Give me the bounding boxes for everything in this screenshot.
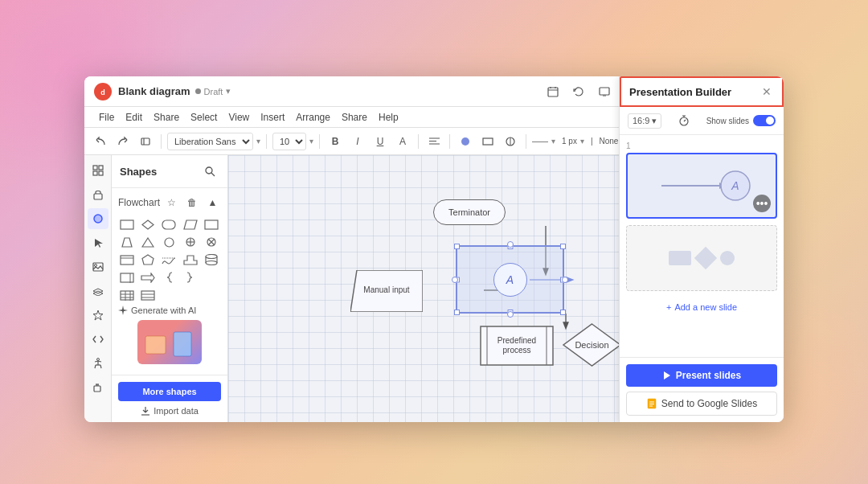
handle-bl[interactable] (454, 310, 460, 315)
google-slides-btn[interactable]: Send to Google Slides (626, 392, 777, 416)
import-data[interactable]: Import data (118, 406, 221, 416)
shape-terminator[interactable]: Terminator (433, 199, 506, 225)
left-btn-cursor[interactable] (88, 232, 108, 253)
shape-table[interactable] (118, 288, 136, 302)
shape-list[interactable] (139, 288, 157, 302)
font-color-btn[interactable]: A (393, 132, 412, 151)
pres-footer: Present slides Send to Google Slides (620, 357, 784, 422)
shape-rect3[interactable] (118, 252, 136, 267)
format-btn[interactable] (136, 132, 155, 151)
shape-rect4[interactable] (118, 270, 136, 285)
menu-insert[interactable]: Insert (256, 110, 289, 125)
shape-brace-left[interactable] (160, 270, 178, 285)
handle-tr[interactable] (560, 244, 566, 249)
shape-rect2[interactable] (203, 217, 220, 232)
svg-point-70 (206, 261, 217, 265)
slide-2-thumb[interactable] (626, 225, 777, 291)
font-select[interactable]: Liberation Sans (167, 133, 253, 150)
app-window: d Blank diagram Draft ▾ (84, 76, 784, 422)
draft-badge: Draft ▾ (195, 86, 231, 96)
svg-marker-37 (95, 239, 103, 248)
left-btn-shapes[interactable] (88, 208, 108, 229)
svg-marker-113 (664, 371, 670, 379)
shape-circle[interactable] (160, 235, 178, 249)
shape-triangle[interactable] (139, 235, 157, 249)
handle-br[interactable] (560, 310, 566, 315)
left-btn-plugin[interactable] (88, 377, 108, 398)
left-btn-code[interactable] (88, 329, 108, 350)
menu-share[interactable]: Share (149, 110, 184, 125)
add-slide-btn[interactable]: + Add a new slide (626, 297, 777, 317)
shape-drum[interactable] (203, 252, 220, 267)
draft-dot (195, 88, 201, 94)
menu-view[interactable]: View (223, 110, 254, 125)
sidebar-header: Shapes (112, 155, 227, 188)
shape-parallelogram[interactable] (182, 217, 199, 232)
diagram-title: Blank diagram (118, 85, 190, 97)
more-shapes-btn[interactable]: More shapes (118, 382, 221, 401)
connect-left[interactable] (452, 277, 458, 283)
draft-label: Draft (204, 87, 223, 96)
calendar-btn[interactable] (542, 82, 564, 101)
shape-brace-right[interactable] (182, 270, 199, 285)
menu-arrange[interactable]: Arrange (291, 110, 335, 125)
shape-process-selected[interactable]: A (456, 245, 564, 314)
generate-ai[interactable]: Generate with AI (118, 306, 221, 315)
present-slides-btn[interactable]: Present slides (626, 364, 777, 387)
left-btn-grid[interactable] (88, 160, 108, 181)
shape-rounded[interactable] (160, 217, 178, 232)
shape-x[interactable] (203, 235, 220, 249)
shape-predefined-process[interactable]: Predefined process (480, 326, 554, 366)
left-btn-layers[interactable] (88, 281, 108, 301)
generate-ai-label: Generate with AI (131, 306, 196, 315)
shape-arrow-right[interactable] (139, 270, 157, 285)
flowchart-collapse-btn[interactable]: ▲ (204, 193, 221, 212)
menu-file[interactable]: File (94, 110, 119, 125)
display-btn[interactable] (593, 82, 616, 101)
undo-btn[interactable] (91, 132, 110, 151)
search-shapes-btn[interactable] (200, 162, 219, 181)
shape-circle-btn[interactable] (456, 132, 475, 151)
shape-pentagon[interactable] (139, 252, 157, 267)
shape-cross[interactable] (182, 235, 199, 249)
menu-help[interactable]: Help (374, 110, 403, 125)
shape-circle-a[interactable]: A (493, 263, 527, 297)
left-btn-star[interactable] (88, 305, 108, 326)
menu-share2[interactable]: Share (337, 110, 372, 125)
toolbar-sep-5 (449, 134, 450, 149)
handle-tl[interactable] (454, 244, 460, 249)
slide-more-btn[interactable]: ••• (753, 195, 771, 212)
shape-placeholder[interactable] (203, 270, 220, 285)
svg-rect-73 (121, 273, 133, 282)
shape-diamond[interactable] (139, 217, 157, 232)
redo-btn[interactable] (113, 132, 133, 151)
italic-btn[interactable]: I (348, 132, 367, 151)
flowchart-star-btn[interactable]: ☆ (163, 193, 180, 212)
underline-btn[interactable]: U (371, 132, 390, 151)
shape-decision[interactable]: Decision (562, 322, 622, 367)
shape-step[interactable] (182, 252, 199, 267)
shape-trapezoid[interactable] (118, 235, 136, 249)
left-btn-lock[interactable] (88, 184, 108, 205)
pres-slides-area: 1 A ••• (620, 155, 784, 357)
bold-btn[interactable]: B (326, 132, 345, 151)
svg-marker-84 (118, 306, 128, 315)
shape-wave[interactable] (160, 252, 178, 267)
left-btn-image[interactable] (88, 256, 108, 277)
slide-1-thumb[interactable]: A ••• (626, 155, 777, 219)
shape-manual-input-svg[interactable]: Manual input (350, 270, 423, 312)
shape-other-btn[interactable] (501, 132, 520, 151)
connect-top[interactable] (507, 241, 514, 248)
left-btn-accessibility[interactable] (88, 353, 108, 374)
align-left-btn[interactable] (424, 132, 444, 151)
refresh-btn[interactable] (567, 82, 590, 101)
menu-edit[interactable]: Edit (121, 110, 147, 125)
menu-select[interactable]: Select (186, 110, 222, 125)
flowchart-delete-btn[interactable]: 🗑 (183, 193, 200, 212)
connect-bottom[interactable] (507, 311, 514, 318)
connect-right[interactable] (562, 277, 568, 283)
svg-rect-30 (93, 166, 97, 170)
shape-rect-btn[interactable] (478, 132, 497, 151)
shape-rect[interactable] (118, 217, 136, 232)
font-size-select[interactable]: 10pt (272, 133, 306, 150)
